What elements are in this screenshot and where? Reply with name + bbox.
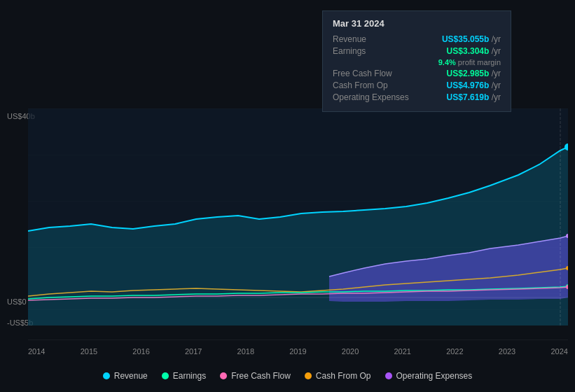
legend-item-revenue[interactable]: Revenue (103, 371, 148, 381)
legend-label-opex: Operating Expenses (396, 371, 473, 381)
legend-label-cashfromop: Cash From Op (316, 371, 371, 381)
profit-margin-text: 9.4% profit margin (438, 58, 501, 66)
legend-dot-opex (385, 372, 392, 379)
x-label-2022: 2022 (446, 347, 463, 356)
legend-dot-earnings (162, 372, 169, 379)
tooltip-label-revenue: Revenue (333, 34, 417, 44)
tooltip-row-earnings: Earnings US$3.304b /yr (333, 46, 501, 56)
x-label-2016: 2016 (132, 347, 149, 356)
tooltip-label-earnings: Earnings (333, 46, 417, 56)
tooltip-row-revenue: Revenue US$35.055b /yr (333, 34, 501, 44)
tooltip-box: Mar 31 2024 Revenue US$35.055b /yr Earni… (322, 10, 511, 112)
legend-label-fcf: Free Cash Flow (231, 371, 291, 381)
tooltip-label-opex: Operating Expenses (333, 92, 417, 102)
legend-item-earnings[interactable]: Earnings (162, 371, 206, 381)
x-label-2021: 2021 (394, 347, 410, 356)
tooltip-value-fcf: US$2.985b /yr (447, 69, 501, 78)
tooltip-date: Mar 31 2024 (333, 18, 501, 29)
y-axis-zero: US$0 (7, 298, 27, 306)
legend-dot-fcf (220, 372, 227, 379)
legend-item-fcf[interactable]: Free Cash Flow (220, 371, 291, 381)
chart-container: Mar 31 2024 Revenue US$35.055b /yr Earni… (0, 0, 575, 392)
tooltip-row-cashfromop: Cash From Op US$4.976b /yr (333, 80, 501, 90)
tooltip-value-cashfromop: US$4.976b /yr (447, 80, 501, 90)
x-label-2018: 2018 (237, 347, 254, 356)
chart-legend: Revenue Earnings Free Cash Flow Cash Fro… (0, 367, 575, 385)
tooltip-value-revenue: US$35.055b /yr (442, 34, 501, 44)
x-label-2024: 2024 (550, 347, 567, 356)
tooltip-value-opex: US$7.619b /yr (447, 92, 501, 102)
x-label-2020: 2020 (342, 347, 359, 356)
x-label-2023: 2023 (499, 347, 515, 356)
tooltip-row-fcf: Free Cash Flow US$2.985b /yr (333, 69, 501, 78)
tooltip-value-earnings: US$3.304b /yr (447, 46, 501, 56)
tooltip-row-opex: Operating Expenses US$7.619b /yr (333, 92, 501, 102)
x-label-2014: 2014 (28, 347, 45, 356)
x-label-2015: 2015 (81, 347, 97, 356)
chart-svg (28, 108, 568, 326)
legend-dot-cashfromop (305, 372, 312, 379)
legend-item-cashfromop[interactable]: Cash From Op (305, 371, 371, 381)
profit-margin-row: 9.4% profit margin (333, 58, 501, 66)
x-axis-labels: 2014 2015 2016 2017 2018 2019 2020 2021 … (28, 347, 568, 356)
legend-dot-revenue (103, 372, 110, 379)
x-label-2017: 2017 (185, 347, 202, 356)
legend-label-revenue: Revenue (114, 371, 148, 381)
tooltip-label-cashfromop: Cash From Op (333, 80, 417, 90)
legend-label-earnings: Earnings (173, 371, 206, 381)
legend-item-opex[interactable]: Operating Expenses (385, 371, 473, 381)
x-label-2019: 2019 (289, 347, 306, 356)
tooltip-label-fcf: Free Cash Flow (333, 69, 417, 78)
